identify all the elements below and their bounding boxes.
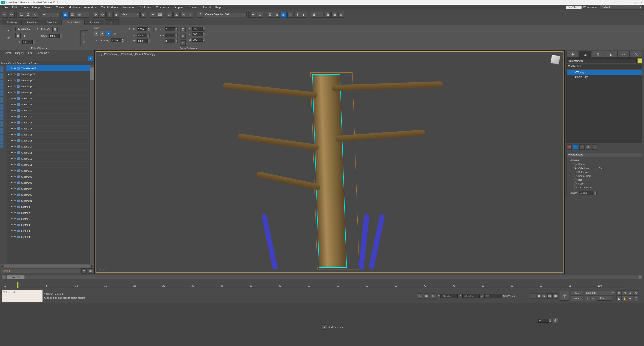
length-input[interactable] xyxy=(579,191,594,195)
utilities-tab[interactable]: 🔧 xyxy=(630,51,642,58)
show-end-result-button[interactable]: ▯ xyxy=(573,144,578,150)
menu-graph-editors[interactable]: Graph Editors xyxy=(99,5,120,10)
viewcube[interactable] xyxy=(549,54,561,66)
maxscript-listener[interactable]: MAXScript Min xyxy=(2,290,42,302)
menu-scripting[interactable]: Scripting xyxy=(171,5,186,10)
scene-item[interactable]: 👁❄Steam022 xyxy=(6,95,90,101)
scene-item[interactable]: 👁❄Steam013 xyxy=(6,150,90,156)
scene-item[interactable]: 👁❄Steam020 xyxy=(6,107,90,114)
modify-tab[interactable]: ◢ xyxy=(579,51,592,58)
pivot-button[interactable]: ⊕ xyxy=(140,12,146,18)
unlink-button[interactable]: ⛓̸ xyxy=(25,12,31,18)
scene-item[interactable]: 👁❄Steam019 xyxy=(6,114,90,120)
current-frame-input[interactable] xyxy=(538,319,549,322)
align-extra-button[interactable]: ⊡ xyxy=(112,31,117,36)
viewport[interactable]: [ + ] [ Perspective ] [ Standard ] [ Def… xyxy=(94,50,564,274)
mapping-radio-spherical[interactable]: Spherical xyxy=(574,171,639,173)
time-prev-button[interactable]: < xyxy=(2,275,6,279)
ribbon-tab-populate[interactable]: Populate xyxy=(85,20,104,25)
move-button[interactable]: ✥ xyxy=(93,12,99,18)
scene-item[interactable]: 👁❄Leaf400 xyxy=(6,222,90,228)
se-layer-button-1[interactable]: ≣ xyxy=(81,268,86,274)
render-frame-button[interactable]: ▢ xyxy=(318,12,324,18)
ribbon-overflow[interactable]: ▭ ▾ xyxy=(105,19,119,25)
align-button[interactable]: ≣ xyxy=(257,12,263,18)
coord-y-input[interactable] xyxy=(462,294,480,298)
scene-item[interactable]: 👁❄Steam015 xyxy=(6,138,90,144)
select-object-button[interactable]: ▣ xyxy=(62,12,68,18)
scene-item[interactable]: ▸👁❄SteamGrp002 xyxy=(6,83,90,89)
zoom-all-button[interactable]: ⊡ xyxy=(622,290,627,296)
goto-start-button[interactable]: ⏮ xyxy=(531,293,536,298)
scatter-icon-3[interactable]: ▤ xyxy=(180,34,186,39)
menu-create[interactable]: Create xyxy=(54,5,66,10)
paint-on-button[interactable]: ▦ xyxy=(52,27,58,32)
play-button[interactable]: ▶ xyxy=(542,293,547,298)
menu-customize[interactable]: Customize xyxy=(154,5,171,10)
spinner-snap-button[interactable]: ↕ xyxy=(187,12,193,18)
scene-item[interactable]: 👁❄TrunkMain001 xyxy=(6,65,90,71)
select-rect-button[interactable]: ▭ xyxy=(76,12,82,18)
material-editor-button[interactable]: ◐ xyxy=(301,12,307,18)
spacing-mode-button[interactable]: ↔ xyxy=(94,38,99,43)
axis-y-button[interactable]: Y xyxy=(100,31,105,36)
se-filter-icon-17[interactable] xyxy=(0,124,4,127)
se-filter-icon-1[interactable] xyxy=(0,69,4,72)
paint-brush-icon[interactable]: 🖌 xyxy=(4,26,13,34)
prev-frame-button[interactable]: ◀▮ xyxy=(536,293,542,298)
u-input[interactable] xyxy=(137,27,147,31)
scene-item[interactable]: 👁❄Steam014 xyxy=(6,144,90,150)
se-filter-icon-14[interactable] xyxy=(0,114,4,117)
close-button[interactable]: ✕ xyxy=(641,1,643,4)
link-button[interactable]: ⛓ xyxy=(18,12,24,18)
key-mode-button[interactable]: ⤷ xyxy=(585,296,590,301)
menu-file[interactable]: File xyxy=(1,5,10,10)
se-menu-select[interactable]: Select xyxy=(2,51,13,56)
menu-civil-view[interactable]: Civil View xyxy=(138,5,154,10)
scene-item[interactable]: ▸👁❄SteamGrp001 xyxy=(6,89,90,95)
scene-item[interactable]: 👁❄Steam012 xyxy=(6,156,90,162)
toggle-button-1[interactable]: ▦ xyxy=(274,12,280,18)
minimize-button[interactable]: — xyxy=(628,1,630,4)
se-filter-icon-2[interactable] xyxy=(0,73,4,76)
se-filter-icon-11[interactable] xyxy=(0,104,4,107)
se-filter-icon-12[interactable] xyxy=(0,107,4,110)
z2-input[interactable] xyxy=(192,38,202,42)
scene-item[interactable]: 👁❄Steam011 xyxy=(6,162,90,168)
mapping-radio-shrink-wrap[interactable]: Shrink Wrap xyxy=(574,175,639,177)
commit-button[interactable]: ✓ xyxy=(80,30,88,38)
schematic-view-button[interactable]: ⬇ xyxy=(294,12,300,18)
se-filter-icon-21[interactable] xyxy=(0,138,4,141)
v-input[interactable] xyxy=(137,34,147,37)
key-filter-target-dropdown[interactable]: Selected xyxy=(585,291,615,295)
mirror-button[interactable]: ⇋ xyxy=(250,12,256,18)
set-key-mode-button[interactable]: Set K. xyxy=(571,296,583,301)
se-vscrollbar[interactable] xyxy=(90,65,94,264)
percent-snap-button[interactable]: % xyxy=(180,12,186,18)
placement-button[interactable]: ◉ xyxy=(113,12,119,18)
redo-button[interactable]: ↷ xyxy=(8,12,14,18)
selection-lock-button[interactable]: 🔒 xyxy=(417,293,422,298)
modifier-editable-poly[interactable]: Editable Poly xyxy=(567,75,642,79)
pick-button[interactable]: ⬆ xyxy=(22,33,27,38)
time-tag-label[interactable]: Add Time Tag xyxy=(328,326,343,328)
se-filter-icon-15[interactable] xyxy=(0,117,4,120)
scatter-icon-1[interactable]: ⊕ xyxy=(153,27,158,32)
scene-item[interactable]: 👁❄Steam001 xyxy=(6,198,90,204)
selection-filter-dropdown[interactable]: All xyxy=(42,12,59,17)
auto-key-button[interactable]: Auto xyxy=(571,291,583,296)
modifier-uvw-map[interactable]: UVW Map xyxy=(567,70,642,75)
se-filter-icon-13[interactable] xyxy=(0,110,4,114)
scatter-icon-2[interactable]: ◫ xyxy=(180,27,186,32)
scene-item[interactable]: 👁❄Steam017 xyxy=(6,126,90,132)
keyboard-shortcut-button[interactable]: ⌨ xyxy=(157,12,163,18)
scene-item[interactable]: 👁❄Steam008 xyxy=(6,180,90,186)
time-handle[interactable]: 0 / 100 xyxy=(7,275,24,279)
time-slider[interactable]: < 0 / 100 > xyxy=(0,274,644,280)
manipulate-button[interactable]: ✦ xyxy=(150,12,156,18)
scene-item[interactable]: 👁❄Steam009 xyxy=(6,174,90,180)
rotate-button[interactable]: ⟳ xyxy=(100,12,106,18)
ribbon-tab-modeling[interactable]: Modeling xyxy=(2,20,22,25)
z1-input[interactable] xyxy=(165,39,175,43)
scene-item[interactable]: 👁❄Leaf402 xyxy=(6,210,90,216)
